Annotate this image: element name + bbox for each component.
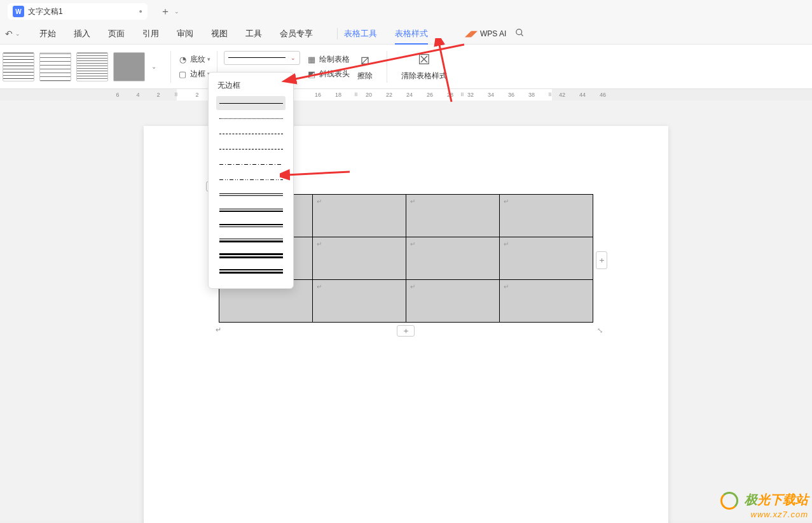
table-resize-handle-icon[interactable]: ⤡ [597, 326, 606, 335]
draw-table-button[interactable]: ▦ 绘制表格 [306, 54, 350, 65]
menu-start[interactable]: 开始 [39, 28, 56, 39]
add-row-button[interactable]: ＋ [397, 325, 415, 337]
doc-icon: W [13, 6, 24, 17]
menu-review[interactable]: 审阅 [177, 28, 193, 39]
ruler-grip-icon[interactable]: ⠿ [459, 92, 465, 98]
diagonal-icon: ◩ [306, 69, 317, 79]
undo-icon[interactable]: ↶ [5, 29, 13, 39]
table-style-preset[interactable] [3, 52, 34, 81]
ruler-number: 36 [508, 92, 514, 98]
diagonal-header-button[interactable]: ◩ 斜线表头 [306, 69, 350, 80]
shading-icon: ◔ [177, 55, 188, 64]
menu-view[interactable]: 视图 [211, 28, 228, 39]
paragraph-mark-icon: ↵ [216, 326, 221, 334]
line-style-option[interactable] [216, 111, 286, 125]
menu-reference[interactable]: 引用 [142, 28, 159, 39]
menu-insert[interactable]: 插入 [74, 28, 90, 39]
ruler-number: 24 [406, 92, 413, 98]
ruler-grip-icon[interactable]: ⠿ [173, 92, 179, 98]
toolbar: ⌄ ◔ 底纹 ▾ ▢ 边框 ▾ ⌄ ▦ 绘制表格 ◩ 斜线表头 ⧄ [0, 45, 812, 89]
eraser-button[interactable]: ⧄ 擦除 [357, 52, 373, 81]
ruler-number: 2 [156, 92, 160, 98]
table-cell[interactable] [406, 237, 500, 280]
line-style-option[interactable] [216, 127, 286, 141]
table-cell[interactable] [313, 280, 406, 323]
table-cell[interactable] [500, 195, 593, 237]
line-style-option[interactable] [216, 172, 286, 186]
menu-bar: ↶ ⌄ 开始 插入 页面 引用 审阅 视图 工具 会员专享 表格工具 表格样式 … [0, 23, 812, 45]
shading-label: 底纹 [190, 54, 205, 65]
clear-table-style-button[interactable]: ☒ 清除表格样式 [401, 52, 447, 81]
wps-ai-button[interactable]: ◢◤ WPS AI [465, 29, 506, 38]
tab-close-icon[interactable]: • [139, 6, 142, 17]
ruler-number: 18 [335, 92, 341, 98]
ruler-number: 46 [600, 92, 606, 98]
border-button[interactable]: ▢ 边框 ▾ [177, 69, 210, 80]
menu-table-tools[interactable]: 表格工具 [344, 28, 377, 39]
ruler-number: 6 [116, 92, 119, 98]
line-style-option[interactable] [216, 157, 286, 171]
table-style-preset[interactable] [39, 52, 71, 81]
line-style-option[interactable] [216, 249, 286, 263]
eraser-icon: ⧄ [361, 52, 369, 68]
menu-member[interactable]: 会员专享 [280, 28, 313, 39]
style-gallery-chevron-icon[interactable]: ⌄ [151, 63, 156, 70]
menu-separator [337, 28, 338, 39]
wps-ai-label: WPS AI [480, 29, 506, 38]
search-icon[interactable] [515, 28, 525, 39]
diagonal-header-label: 斜线表头 [319, 69, 350, 80]
ruler-number: 16 [315, 92, 321, 98]
toolbar-separator [387, 51, 387, 83]
watermark-brand-first: 极 [745, 492, 757, 506]
line-style-option[interactable] [216, 234, 286, 248]
ruler-grip-icon[interactable]: ⠿ [353, 92, 359, 98]
border-icon: ▢ [177, 69, 188, 79]
ruler-number: 38 [528, 92, 535, 98]
table-cell[interactable] [406, 195, 500, 237]
new-tab-chevron-icon[interactable]: ⌄ [174, 8, 179, 15]
watermark-logo-icon [720, 492, 738, 510]
svg-point-0 [516, 29, 522, 34]
undo-chevron-icon[interactable]: ⌄ [15, 31, 20, 37]
svg-line-1 [521, 34, 523, 36]
line-style-option[interactable] [216, 96, 286, 110]
ruler-number: 4 [136, 92, 139, 98]
line-style-option[interactable] [216, 203, 286, 217]
add-column-button[interactable]: ＋ [596, 251, 607, 269]
chevron-down-icon: ▾ [207, 56, 210, 62]
table-cell[interactable] [313, 195, 406, 237]
watermark-url: www.xz7.com [720, 510, 808, 519]
line-style-option[interactable] [216, 142, 286, 156]
table-cell[interactable] [500, 280, 593, 323]
document-tab[interactable]: W 文字文稿1 • [8, 3, 148, 20]
ruler-number: 44 [579, 92, 586, 98]
table-cell[interactable] [313, 237, 406, 280]
title-bar: W 文字文稿1 • ＋ ⌄ [0, 0, 812, 23]
menu-page[interactable]: 页面 [108, 28, 125, 39]
eraser-label: 擦除 [357, 71, 373, 81]
dropdown-title: 无边框 [209, 79, 293, 95]
ruler-number: 22 [386, 92, 392, 98]
table-style-preset[interactable] [76, 52, 108, 81]
line-style-option[interactable] [216, 264, 286, 278]
ruler-number: 42 [559, 92, 565, 98]
wps-ai-icon: ◢◤ [465, 29, 478, 38]
ruler-number: 20 [366, 92, 372, 98]
menu-table-style[interactable]: 表格样式 [395, 28, 428, 45]
ruler-number: 26 [427, 92, 433, 98]
line-style-option[interactable] [216, 218, 286, 232]
clear-table-style-label: 清除表格样式 [401, 71, 447, 81]
table-style-preset[interactable] [113, 52, 145, 81]
draw-table-label: 绘制表格 [319, 54, 350, 65]
ruler-number: 28 [447, 92, 453, 98]
line-style-select[interactable]: ⌄ [224, 51, 300, 65]
menu-tools[interactable]: 工具 [245, 28, 262, 39]
watermark: 极光下载站 www.xz7.com [720, 491, 808, 519]
line-preview [228, 57, 286, 58]
new-tab-button[interactable]: ＋ [160, 5, 170, 18]
ruler-grip-icon[interactable]: ⠿ [547, 92, 553, 98]
shading-button[interactable]: ◔ 底纹 ▾ [177, 54, 210, 65]
line-style-option[interactable] [216, 188, 286, 202]
table-cell[interactable] [500, 237, 593, 280]
table-cell[interactable] [406, 280, 500, 323]
